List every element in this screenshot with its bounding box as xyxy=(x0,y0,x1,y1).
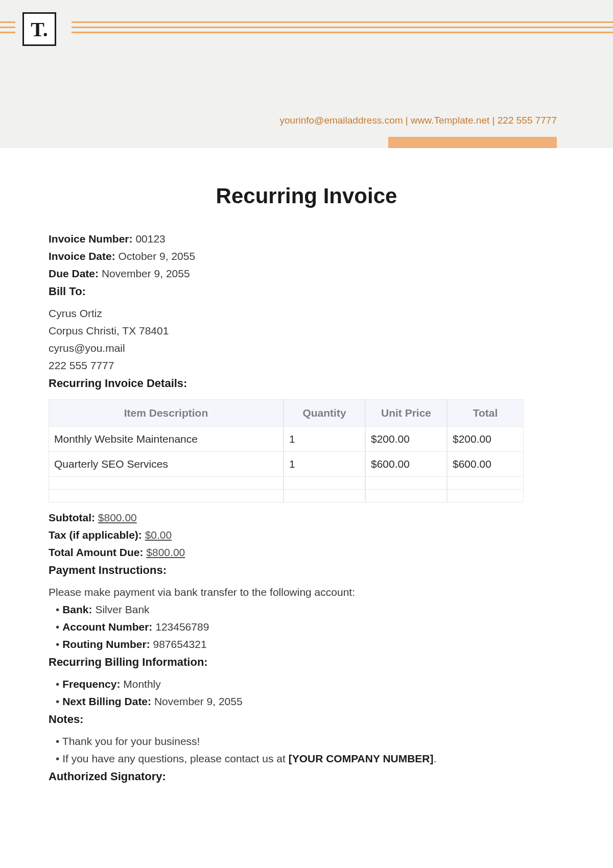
payment-intro: Please make payment via bank transfer to… xyxy=(49,586,564,598)
table-empty-row xyxy=(49,477,524,490)
cell-total: $600.00 xyxy=(447,452,524,477)
due-date-line: Due Date: November 9, 2055 xyxy=(49,268,564,280)
signatory-heading: Authorized Signatory: xyxy=(49,770,564,783)
notes-heading: Notes: xyxy=(49,713,564,726)
invoice-number-value: 00123 xyxy=(135,233,165,245)
header-site: www.Template.net xyxy=(411,115,489,126)
payment-heading: Payment Instructions: xyxy=(49,564,564,577)
total-due-line: Total Amount Due: $800.00 xyxy=(49,546,564,559)
cell-unit: $600.00 xyxy=(365,452,447,477)
header-accent-block xyxy=(388,137,557,148)
cell-desc: Quarterly SEO Services xyxy=(49,452,284,477)
invoice-date-value: October 9, 2055 xyxy=(119,250,196,262)
tax-value: $0.00 xyxy=(145,529,172,541)
cell-qty: 1 xyxy=(284,427,365,452)
header-contact: yourinfo@emailaddress.com | www.Template… xyxy=(280,115,557,126)
col-unit: Unit Price xyxy=(365,399,447,427)
cell-qty: 1 xyxy=(284,452,365,477)
bill-to-heading: Bill To: xyxy=(49,285,564,298)
invoice-date-label: Invoice Date: xyxy=(49,250,115,262)
col-qty: Quantity xyxy=(284,399,365,427)
table-header-row: Item Description Quantity Unit Price Tot… xyxy=(49,399,524,427)
col-total: Total xyxy=(447,399,524,427)
bill-to-name: Cyrus Ortiz xyxy=(49,307,564,320)
invoice-date-line: Invoice Date: October 9, 2055 xyxy=(49,250,564,262)
table-row: Monthly Website Maintenance 1 $200.00 $2… xyxy=(49,427,524,452)
table-row: Quarterly SEO Services 1 $600.00 $600.00 xyxy=(49,452,524,477)
items-table: Item Description Quantity Unit Price Tot… xyxy=(49,399,524,502)
details-heading: Recurring Invoice Details: xyxy=(49,377,564,390)
subtotal-line: Subtotal: $800.00 xyxy=(49,512,564,524)
header-banner: T. yourinfo@emailaddress.com | www.Templ… xyxy=(0,0,613,148)
recurring-heading: Recurring Billing Information: xyxy=(49,656,564,669)
tax-line: Tax (if applicable): $0.00 xyxy=(49,529,564,541)
header-email: yourinfo@emailaddress.com xyxy=(280,115,403,126)
payment-routing: Routing Number: 987654321 xyxy=(49,638,564,650)
logo-text: T. xyxy=(31,17,48,41)
recurring-frequency: Frequency: Monthly xyxy=(49,678,564,690)
bill-to-phone: 222 555 7777 xyxy=(49,359,564,372)
bill-to-address: Corpus Christi, TX 78401 xyxy=(49,325,564,337)
total-due-value: $800.00 xyxy=(146,546,185,558)
header-phone: 222 555 7777 xyxy=(498,115,557,126)
cell-desc: Monthly Website Maintenance xyxy=(49,427,284,452)
bill-to-email: cyrus@you.mail xyxy=(49,342,564,354)
page-title: Recurring Invoice xyxy=(49,184,564,208)
cell-unit: $200.00 xyxy=(365,427,447,452)
invoice-number-line: Invoice Number: 00123 xyxy=(49,233,564,245)
header-stripes-right xyxy=(72,21,613,37)
tax-label: Tax (if applicable): xyxy=(49,529,142,541)
document-body: Recurring Invoice Invoice Number: 00123 … xyxy=(0,148,613,783)
recurring-next-date: Next Billing Date: November 9, 2055 xyxy=(49,695,564,708)
col-desc: Item Description xyxy=(49,399,284,427)
cell-total: $200.00 xyxy=(447,427,524,452)
payment-account: Account Number: 123456789 xyxy=(49,621,564,633)
note-1: Thank you for your business! xyxy=(49,735,564,748)
company-number-placeholder: [YOUR COMPANY NUMBER] xyxy=(289,753,434,764)
header-stripes-left xyxy=(0,21,15,37)
table-empty-row xyxy=(49,490,524,502)
payment-bank: Bank: Silver Bank xyxy=(49,604,564,616)
due-date-label: Due Date: xyxy=(49,268,99,279)
logo: T. xyxy=(22,12,56,46)
due-date-value: November 9, 2055 xyxy=(102,268,190,279)
note-2: If you have any questions, please contac… xyxy=(49,753,564,765)
total-due-label: Total Amount Due: xyxy=(49,546,143,558)
subtotal-label: Subtotal: xyxy=(49,512,95,523)
invoice-number-label: Invoice Number: xyxy=(49,233,133,245)
subtotal-value: $800.00 xyxy=(98,512,137,523)
